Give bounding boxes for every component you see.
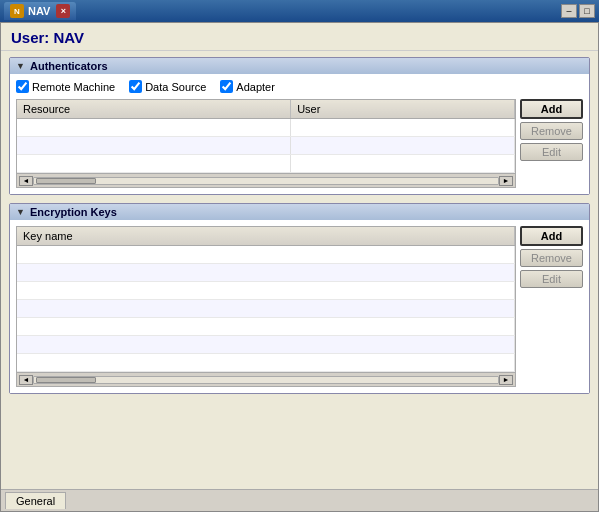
auth-col-user: User xyxy=(291,100,515,119)
auth-scrollbar-horizontal[interactable]: ◄ ► xyxy=(17,173,515,187)
table-row[interactable] xyxy=(17,246,515,264)
enc-keyname-cell xyxy=(17,264,515,282)
enc-keyname-cell xyxy=(17,354,515,372)
scrollbar-right-arrow-icon[interactable]: ► xyxy=(499,176,513,186)
encryption-buttons: Add Remove Edit xyxy=(520,226,583,387)
table-row[interactable] xyxy=(17,264,515,282)
auth-user-cell xyxy=(291,155,515,173)
data-source-checkbox[interactable]: Data Source xyxy=(129,80,206,93)
enc-add-button[interactable]: Add xyxy=(520,226,583,246)
authenticators-table: Resource User xyxy=(17,100,515,173)
auth-resource-cell xyxy=(17,119,291,137)
enc-keyname-cell xyxy=(17,246,515,264)
minimize-button[interactable]: – xyxy=(561,4,577,18)
enc-edit-button[interactable]: Edit xyxy=(520,270,583,288)
adapter-label: Adapter xyxy=(236,81,275,93)
table-row[interactable] xyxy=(17,119,515,137)
encryption-keys-title: Encryption Keys xyxy=(30,206,117,218)
enc-keyname-cell xyxy=(17,318,515,336)
authenticators-table-container: Resource User xyxy=(16,99,583,188)
authenticators-body: Remote Machine Data Source Adapter xyxy=(10,74,589,194)
main-window: User: NAV ▼ Authenticators Remote Machin… xyxy=(0,22,599,512)
tab-close-button[interactable]: × xyxy=(56,4,70,18)
table-row[interactable] xyxy=(17,137,515,155)
tab-label: NAV xyxy=(28,5,50,17)
authenticators-table-wrapper: Resource User xyxy=(16,99,516,188)
authenticators-section: ▼ Authenticators Remote Machine Data Sou… xyxy=(9,57,590,195)
auth-edit-button[interactable]: Edit xyxy=(520,143,583,161)
auth-resource-cell xyxy=(17,155,291,173)
window-title: User: NAV xyxy=(1,23,598,51)
table-row[interactable] xyxy=(17,354,515,372)
enc-scrollbar-right-arrow-icon[interactable]: ► xyxy=(499,375,513,385)
encryption-table-container: Key name xyxy=(16,226,583,387)
enc-scrollbar-horizontal[interactable]: ◄ ► xyxy=(17,372,515,386)
table-row[interactable] xyxy=(17,282,515,300)
tab-icon: N xyxy=(10,4,24,18)
title-tab[interactable]: N NAV × xyxy=(4,2,76,20)
authenticators-title: Authenticators xyxy=(30,60,108,72)
remote-machine-checkbox[interactable]: Remote Machine xyxy=(16,80,115,93)
enc-keyname-cell xyxy=(17,336,515,354)
auth-col-resource: Resource xyxy=(17,100,291,119)
enc-col-keyname: Key name xyxy=(17,227,515,246)
window-content: ▼ Authenticators Remote Machine Data Sou… xyxy=(1,51,598,489)
status-tab-general[interactable]: General xyxy=(5,492,66,509)
status-bar: General xyxy=(1,489,598,511)
encryption-keys-header: ▼ Encryption Keys xyxy=(10,204,589,220)
remote-machine-label: Remote Machine xyxy=(32,81,115,93)
window-controls: – □ xyxy=(561,4,595,18)
scrollbar-track[interactable] xyxy=(33,177,499,185)
table-row[interactable] xyxy=(17,300,515,318)
table-row[interactable] xyxy=(17,155,515,173)
auth-remove-button[interactable]: Remove xyxy=(520,122,583,140)
encryption-keys-body: Key name xyxy=(10,220,589,393)
title-bar: N NAV × – □ xyxy=(0,0,599,22)
encryption-keys-section: ▼ Encryption Keys Key name xyxy=(9,203,590,394)
authenticators-buttons: Add Remove Edit xyxy=(520,99,583,188)
auth-add-button[interactable]: Add xyxy=(520,99,583,119)
enc-keyname-cell xyxy=(17,282,515,300)
scrollbar-left-arrow-icon[interactable]: ◄ xyxy=(19,176,33,186)
authenticators-arrow-icon: ▼ xyxy=(16,61,26,71)
auth-user-cell xyxy=(291,137,515,155)
enc-scrollbar-thumb[interactable] xyxy=(36,377,96,383)
table-row[interactable] xyxy=(17,318,515,336)
scrollbar-thumb[interactable] xyxy=(36,178,96,184)
table-row[interactable] xyxy=(17,336,515,354)
adapter-checkbox[interactable]: Adapter xyxy=(220,80,275,93)
enc-keyname-cell xyxy=(17,300,515,318)
enc-scrollbar-left-arrow-icon[interactable]: ◄ xyxy=(19,375,33,385)
authenticators-checkboxes: Remote Machine Data Source Adapter xyxy=(16,80,583,93)
data-source-label: Data Source xyxy=(145,81,206,93)
enc-scrollbar-track[interactable] xyxy=(33,376,499,384)
authenticators-header: ▼ Authenticators xyxy=(10,58,589,74)
encryption-arrow-icon: ▼ xyxy=(16,207,26,217)
encryption-table: Key name xyxy=(17,227,515,372)
enc-remove-button[interactable]: Remove xyxy=(520,249,583,267)
maximize-button[interactable]: □ xyxy=(579,4,595,18)
encryption-table-wrapper: Key name xyxy=(16,226,516,387)
auth-resource-cell xyxy=(17,137,291,155)
auth-user-cell xyxy=(291,119,515,137)
